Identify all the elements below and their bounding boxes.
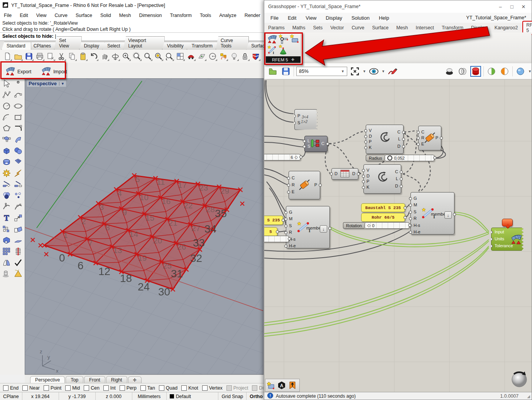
- menu-tools[interactable]: Tools: [200, 13, 211, 18]
- pipe-component[interactable]: CREP: [289, 171, 320, 199]
- cut-icon[interactable]: [56, 51, 66, 61]
- component-tab-mesh[interactable]: Mesh: [392, 24, 412, 32]
- menu-transform[interactable]: Transform: [170, 13, 192, 18]
- open-file-icon[interactable]: [13, 51, 23, 61]
- cplane-icon[interactable]: [197, 51, 206, 61]
- osnap-int[interactable]: Int: [103, 385, 116, 391]
- input-port-E[interactable]: [417, 143, 420, 146]
- input-port-tolerance[interactable]: [490, 245, 493, 248]
- toolbar-tab-standard[interactable]: Standard: [2, 42, 31, 50]
- warning-balloon-icon[interactable]: [502, 219, 513, 226]
- checkbox-icon[interactable]: [202, 385, 208, 391]
- component-tab-display[interactable]: Display: [467, 24, 491, 32]
- lock-icon[interactable]: [240, 51, 250, 61]
- component-tab-sets[interactable]: Sets: [309, 24, 326, 32]
- rfem-node-member-icon[interactable]: [278, 34, 289, 44]
- custom-preview-icon[interactable]: [515, 66, 526, 77]
- chevron-down-icon[interactable]: ▼: [528, 69, 532, 73]
- checkbox-icon[interactable]: [103, 385, 109, 391]
- menu-curve[interactable]: Curve: [55, 13, 68, 18]
- output-port-D[interactable]: [357, 172, 360, 176]
- toolbar-tab-curve-tools[interactable]: Curve Tools: [216, 36, 249, 50]
- explode-icon[interactable]: [1, 168, 12, 179]
- grasshopper-canvas[interactable]: PS3<41>2LSCVDPKCLDVDPKCLDDDCREPCREPGMSRH…: [264, 79, 532, 392]
- shaded-preview-icon[interactable]: [470, 66, 481, 77]
- component-tab-maths[interactable]: Maths: [289, 24, 309, 32]
- viewport-tab-right[interactable]: Right: [106, 376, 127, 383]
- tree-component[interactable]: DD: [331, 168, 358, 180]
- section-icon[interactable]: [12, 246, 24, 257]
- viewport-tab-add[interactable]: ✢: [128, 376, 142, 383]
- component-tab-transform[interactable]: Transform: [438, 24, 467, 32]
- input-port-S[interactable]: [303, 145, 306, 148]
- perspective-viewport[interactable]: 0612182430313233343512345789101113141516…: [25, 78, 263, 375]
- extrude-icon[interactable]: [12, 235, 24, 246]
- mirror-icon[interactable]: [1, 257, 12, 268]
- fillet-curve-icon[interactable]: [12, 123, 24, 134]
- slider-track[interactable]: 0.052: [385, 155, 434, 161]
- move-icon[interactable]: [12, 213, 24, 223]
- checkbox-icon[interactable]: [65, 385, 71, 391]
- adjust-curve-icon[interactable]: [1, 201, 12, 212]
- save-document-icon[interactable]: [280, 66, 291, 77]
- close-button[interactable]: ✕: [518, 2, 529, 11]
- zoom-back-icon[interactable]: [164, 51, 174, 61]
- toolbar-tab-viewport-layout[interactable]: Viewport Layout: [123, 36, 164, 50]
- checkbox-icon[interactable]: [252, 385, 257, 391]
- input-port-D[interactable]: [362, 175, 365, 178]
- output-port-member[interactable]: [328, 227, 331, 230]
- rotate-view-icon[interactable]: [110, 51, 120, 61]
- new-file-icon[interactable]: [2, 51, 12, 61]
- status-grid-snap[interactable]: Grid Snap: [218, 392, 247, 400]
- osnap-near[interactable]: Near: [22, 385, 40, 391]
- input-port-H-e[interactable]: [409, 231, 412, 234]
- menu-view[interactable]: View: [36, 13, 47, 18]
- zoom-dynamic-icon[interactable]: [132, 51, 142, 61]
- document-preview-icon[interactable]: [499, 66, 510, 77]
- input-port-M[interactable]: [284, 218, 287, 221]
- gh-menu-view[interactable]: View: [306, 15, 316, 21]
- checkbox-icon[interactable]: [120, 385, 125, 391]
- named-view-icon[interactable]: [186, 51, 196, 61]
- gh-menu-edit[interactable]: Edit: [288, 15, 296, 21]
- input-port-P[interactable]: [362, 180, 365, 183]
- number-slider[interactable]: ◇: [264, 236, 289, 242]
- circle-icon[interactable]: [1, 101, 12, 111]
- points-icon[interactable]: [12, 190, 24, 201]
- properties-icon[interactable]: [46, 51, 55, 61]
- pipe-component[interactable]: CREP: [418, 126, 441, 150]
- panel-output-port[interactable]: [404, 216, 407, 219]
- chevron-down-icon[interactable]: ▼: [363, 69, 366, 73]
- color-wheel-icon[interactable]: [1, 190, 12, 201]
- gh-menu-display[interactable]: Display: [326, 15, 342, 21]
- radius-slider[interactable]: Radius0.052: [366, 155, 434, 161]
- gh-menu-help[interactable]: Help: [379, 15, 389, 21]
- input-port-E[interactable]: [287, 191, 290, 194]
- input-port-S[interactable]: [409, 211, 412, 214]
- input-port-K[interactable]: [364, 146, 367, 149]
- menu-solid[interactable]: Solid: [100, 13, 111, 18]
- torus-icon[interactable]: [1, 157, 12, 167]
- rfem5-panel-label[interactable]: RFEM 5✚: [266, 56, 301, 63]
- input-port-C[interactable]: [417, 131, 420, 134]
- import-button[interactable]: Import: [39, 65, 69, 78]
- input-port-D[interactable]: [330, 172, 333, 176]
- checkbox-icon[interactable]: [84, 385, 89, 391]
- output-port-P[interactable]: [440, 137, 443, 140]
- output-port-D[interactable]: [400, 185, 403, 188]
- slider-track[interactable]: 6◇: [264, 154, 301, 160]
- curve-icon[interactable]: [12, 89, 24, 100]
- input-port-K[interactable]: [362, 186, 365, 189]
- zoom-window-icon[interactable]: [143, 51, 152, 61]
- annotation-icon[interactable]: A: [277, 380, 287, 390]
- zoom-extents-icon[interactable]: [350, 66, 360, 77]
- cull-component[interactable]: LSC: [304, 136, 328, 152]
- component-tab-kangaroo2[interactable]: Kangaroo2: [491, 24, 522, 32]
- solid-icon[interactable]: [1, 235, 12, 246]
- input-port-P[interactable]: [364, 140, 367, 143]
- zoom-in-icon[interactable]: [121, 51, 131, 61]
- osnap-mid[interactable]: Mid: [65, 385, 80, 391]
- member-component[interactable]: GMSRH-sH-eImember↓: [410, 192, 454, 235]
- sort-component[interactable]: PS3<41>2: [294, 109, 318, 130]
- menu-analyze[interactable]: Analyze: [219, 13, 236, 18]
